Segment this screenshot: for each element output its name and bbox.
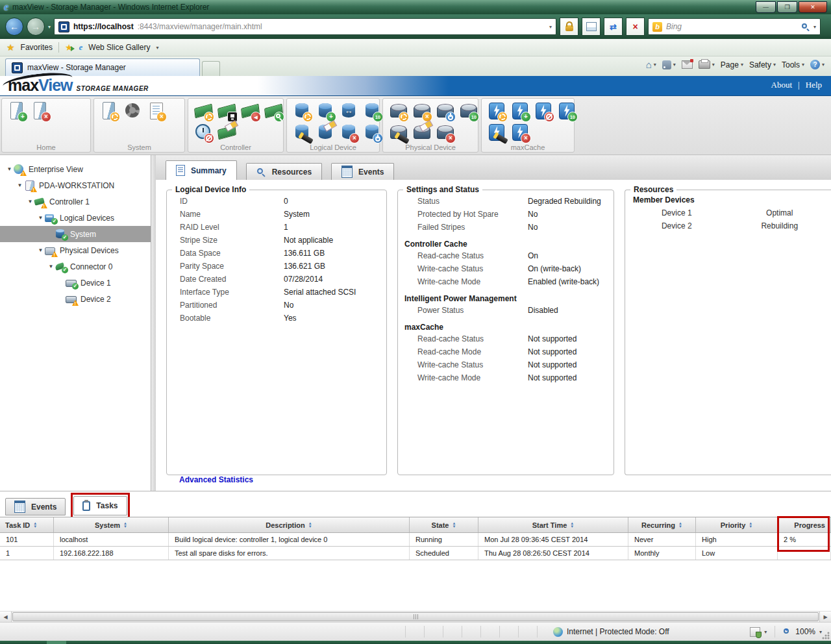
column-header-task-id[interactable]: Task ID▲▼	[0, 517, 54, 532]
page-menu[interactable]: Page▾	[721, 60, 743, 69]
favorites-button[interactable]: Favorites	[21, 43, 53, 52]
expand-arrow-icon[interactable]: ▼	[36, 215, 45, 221]
tab-summary[interactable]: Summary	[166, 160, 237, 180]
tab-events[interactable]: Events	[331, 163, 394, 180]
horizontal-scrollbar[interactable]: ◀ ▶	[0, 611, 831, 622]
address-dropdown-icon[interactable]: ▾	[549, 24, 552, 30]
close-button[interactable]: ✕	[799, 1, 827, 13]
device-settings-icon[interactable]	[388, 101, 408, 121]
sort-arrows-icon[interactable]: ▲▼	[33, 522, 37, 528]
sort-arrows-icon[interactable]: ▲▼	[452, 522, 456, 528]
help-menu[interactable]: ?▾	[810, 60, 825, 69]
help-link[interactable]: Help	[806, 80, 822, 90]
feeds-button[interactable]: ▾	[662, 60, 676, 69]
new-tab-button[interactable]	[202, 61, 220, 76]
add-to-favorites-icon[interactable]: ★	[65, 42, 73, 53]
maxcache-settings-icon[interactable]	[487, 101, 506, 121]
expand-arrow-icon[interactable]: ▼	[36, 247, 45, 253]
tree-item-controller-1[interactable]: ▼Controller 1	[0, 193, 151, 210]
compatibility-view-button[interactable]	[582, 18, 601, 36]
maxview-settings-icon[interactable]	[123, 101, 142, 121]
privacy-dropdown-icon[interactable]: ▾	[764, 629, 767, 635]
read-mail-button[interactable]	[682, 60, 693, 69]
tree-item-physical-devices[interactable]: ▼Physical Devices	[0, 242, 151, 258]
forward-button[interactable]: →	[27, 18, 45, 36]
safety-menu[interactable]: Safety▾	[749, 60, 776, 69]
logical-device-settings-icon[interactable]	[292, 101, 312, 121]
tree-splitter[interactable]	[151, 155, 156, 491]
back-button[interactable]: ←	[5, 18, 23, 36]
web-slice-dropdown-icon[interactable]: ▾	[156, 45, 158, 51]
erase-logical-device-icon[interactable]	[316, 122, 335, 142]
create-logical-device-icon[interactable]: +	[316, 101, 335, 121]
expand-arrow-icon[interactable]: ▼	[16, 182, 24, 188]
table-row[interactable]: 101localhostBuild logical device: contro…	[0, 533, 831, 547]
refresh-button[interactable]: ⇄	[604, 18, 623, 36]
sort-arrows-icon[interactable]: ▲▼	[308, 522, 312, 528]
delete-device-icon[interactable]: ×	[435, 122, 454, 142]
recent-pages-dropdown-icon[interactable]: ▾	[48, 24, 51, 30]
restore-configuration-icon[interactable]: ◀	[240, 101, 260, 121]
disable-maxcache-icon[interactable]	[534, 101, 553, 121]
scroll-left-arrow[interactable]: ◀	[0, 612, 12, 622]
scrollbar-thumb[interactable]	[12, 612, 819, 621]
force-logical-device-online-icon[interactable]	[362, 122, 382, 142]
advanced-statistics-link[interactable]: Advanced Statistics	[179, 475, 253, 484]
tree-item-connector-0[interactable]: ▼✓Connector 0	[0, 258, 151, 275]
archive-logs-icon[interactable]: ×	[146, 101, 166, 121]
column-header-start-time[interactable]: Start Time▲▼	[478, 517, 628, 532]
home-button[interactable]: ⌂▾	[646, 60, 656, 69]
tree-item-device-2[interactable]: Device 2	[0, 291, 151, 307]
locate-device-icon[interactable]	[388, 122, 408, 142]
zoom-level[interactable]: 100%	[795, 627, 815, 636]
system-settings-icon[interactable]	[99, 101, 119, 121]
sort-arrows-icon[interactable]: ▲▼	[570, 522, 574, 528]
sort-arrows-icon[interactable]: ▲▼	[123, 522, 127, 528]
tree-item-pda-workstation[interactable]: ▼PDA-WORKSTATION	[0, 177, 151, 193]
rescan-controller-icon[interactable]	[264, 101, 283, 121]
column-header-priority[interactable]: Priority▲▼	[696, 517, 778, 532]
search-dropdown-icon[interactable]: ▾	[813, 24, 816, 30]
address-bar-input[interactable]: https://localhost :8443/maxview/manager/…	[54, 18, 556, 35]
privacy-report-icon[interactable]	[750, 627, 760, 637]
search-icon[interactable]	[801, 23, 810, 31]
sort-arrows-icon[interactable]: ▲▼	[678, 522, 682, 528]
logical-device-raid-icon[interactable]: 10	[362, 101, 382, 121]
expand-arrow-icon[interactable]: ▼	[26, 199, 34, 204]
minimize-button[interactable]: —	[756, 1, 776, 13]
tree-item-logical-devices[interactable]: ▼✓Logical Devices	[0, 210, 151, 226]
tree-item-device-1[interactable]: ✓Device 1	[0, 275, 151, 291]
tools-menu[interactable]: Tools▾	[782, 60, 804, 69]
create-maxcache-icon[interactable]: +	[510, 101, 530, 121]
initialize-device-icon[interactable]: ×	[412, 101, 431, 121]
device-power-icon[interactable]	[435, 101, 454, 121]
locate-logical-device-icon[interactable]	[292, 122, 312, 142]
controller-settings-icon[interactable]	[193, 101, 213, 121]
column-header-description[interactable]: Description▲▼	[169, 517, 410, 532]
zoom-icon[interactable]	[783, 628, 791, 636]
sort-arrows-icon[interactable]: ▲▼	[749, 522, 752, 528]
disable-alarm-icon[interactable]	[193, 122, 213, 142]
column-header-state[interactable]: State▲▼	[410, 517, 478, 532]
search-box[interactable]: b Bing ▾	[648, 18, 821, 35]
erase-controller-icon[interactable]	[217, 122, 236, 142]
delete-system-icon[interactable]: ×	[31, 101, 50, 121]
browser-tab[interactable]: maxView - Storage Manager	[5, 58, 200, 76]
delete-logical-device-icon[interactable]: ×	[339, 122, 358, 142]
expand-logical-device-icon[interactable]: ↔	[339, 101, 358, 121]
tab-tasks[interactable]: Tasks	[73, 496, 127, 515]
expand-arrow-icon[interactable]: ▼	[47, 264, 55, 269]
tree-item-enterprise-view[interactable]: ▼Enterprise View	[0, 161, 151, 177]
column-header-system[interactable]: System▲▼	[54, 517, 169, 532]
restore-button[interactable]: ❒	[777, 1, 797, 13]
expand-arrow-icon[interactable]: ▼	[5, 166, 14, 172]
stop-button[interactable]: ×	[626, 18, 645, 36]
locate-maxcache-icon[interactable]	[487, 122, 506, 142]
maxcache-raid-icon[interactable]: 10	[557, 101, 577, 121]
save-configuration-icon[interactable]	[217, 101, 236, 121]
device-raid-icon[interactable]: 10	[458, 101, 478, 121]
resize-grip[interactable]	[822, 632, 830, 639]
scroll-right-arrow[interactable]: ▶	[819, 612, 831, 622]
add-system-icon[interactable]: +	[7, 101, 27, 121]
tree-item-system[interactable]: ✓System	[0, 226, 151, 242]
